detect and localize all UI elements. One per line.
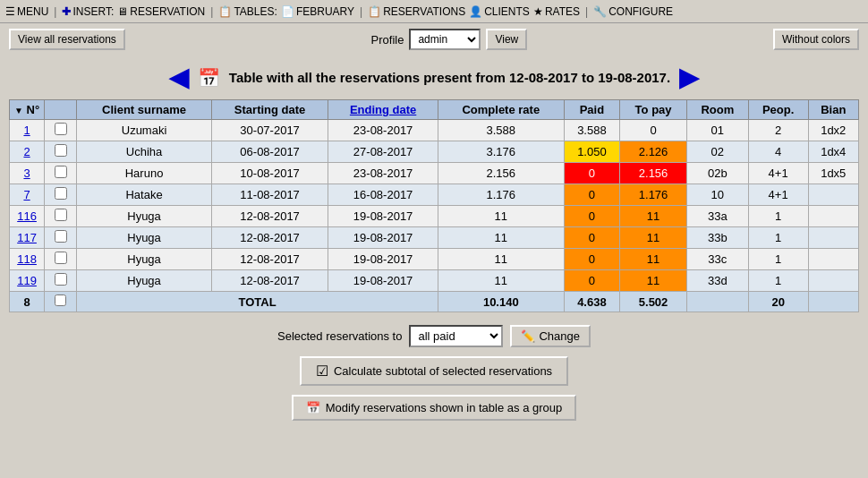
start-date-cell: 06-08-2017	[212, 141, 328, 163]
topay-cell: 11	[620, 249, 687, 270]
row-checkbox[interactable]	[55, 123, 67, 135]
total-checkbox-input[interactable]	[55, 294, 66, 306]
row-checkbox[interactable]	[55, 144, 67, 157]
checkbox-cell	[45, 184, 77, 206]
room-cell: 33c	[686, 249, 748, 270]
menu-item-clients[interactable]: 👤 CLIENTS	[469, 5, 530, 18]
nav-row: ◀ 📅 Table with all the reservations pres…	[9, 63, 859, 92]
menu-item-rates[interactable]: ★ RATES	[533, 5, 580, 18]
next-arrow[interactable]: ▶	[679, 63, 699, 92]
total-label: TOTAL	[77, 292, 438, 312]
profile-select[interactable]: adminusermanager	[409, 29, 481, 50]
surname-cell: Uzumaki	[77, 120, 212, 141]
row-checkbox[interactable]	[55, 273, 67, 286]
total-row: 8 TOTAL 10.140 4.638 5.502 20	[10, 292, 859, 312]
col-header-room: Room	[686, 100, 748, 120]
topay-cell: 1.176	[620, 184, 687, 206]
row-link[interactable]: 1	[23, 124, 30, 137]
topay-cell: 2.126	[620, 141, 687, 163]
configure-icon: 🔧	[593, 5, 607, 18]
end-date-cell: 23-08-2017	[328, 163, 438, 184]
reservations-table: ▼ N° Client surname Starting date Ending…	[9, 99, 859, 312]
room-cell: 33b	[686, 227, 748, 249]
surname-cell: Hyuga	[77, 249, 212, 270]
bian-cell: 1dx5	[808, 163, 858, 184]
pencil-icon: ✏️	[521, 329, 535, 343]
row-link[interactable]: 7	[23, 188, 30, 201]
calendar-small-icon: 📅	[306, 401, 320, 414]
menu-bar: ☰ MENU | ✚ INSERT: 🖥 RESERVATION | 📋 TAB…	[0, 0, 868, 23]
row-link[interactable]: 116	[17, 209, 37, 223]
total-room	[686, 292, 748, 312]
row-link[interactable]: 119	[17, 274, 37, 287]
prev-arrow[interactable]: ◀	[169, 63, 189, 92]
bian-cell	[808, 270, 858, 292]
col-header-checkbox	[45, 100, 77, 120]
paid-cell: 0	[564, 249, 620, 270]
without-colors-button[interactable]: Without colors	[773, 29, 859, 50]
menu-item-tables[interactable]: 📋 TABLES:	[218, 5, 277, 18]
tables-icon: 📋	[218, 5, 232, 18]
surname-cell: Haruno	[77, 163, 212, 184]
people-cell: 4+1	[748, 163, 808, 184]
col-header-end[interactable]: Ending date	[328, 100, 438, 120]
people-cell: 2	[748, 120, 808, 141]
selected-label: Selected reservations to	[277, 329, 402, 343]
selected-dropdown[interactable]: all paid partially paid not paid	[409, 325, 503, 347]
room-cell: 02b	[686, 163, 748, 184]
people-cell: 4+1	[748, 184, 808, 206]
table-row: 1Uzumaki30-07-201723-08-20173.5883.58800…	[10, 120, 859, 141]
end-date-cell: 23-08-2017	[328, 120, 438, 141]
bian-cell	[808, 249, 858, 270]
surname-cell: Hyuga	[77, 227, 212, 249]
menu-item-february[interactable]: 📄 FEBRUARY	[281, 5, 354, 18]
row-checkbox[interactable]	[55, 209, 67, 221]
row-checkbox[interactable]	[55, 230, 67, 243]
separator: |	[54, 5, 56, 18]
paid-cell: 0	[564, 163, 620, 184]
view-all-reservations-button[interactable]: View all reservations	[9, 29, 125, 50]
bian-cell	[808, 206, 858, 227]
total-rate: 10.140	[438, 292, 565, 312]
rates-icon: ★	[533, 5, 543, 18]
bian-cell	[808, 184, 858, 206]
table-row: 118Hyuga12-08-201719-08-20171101133c1	[10, 249, 859, 270]
total-bian	[808, 292, 858, 312]
modify-group-button[interactable]: 📅 Modify reservations shown in table as …	[292, 395, 576, 421]
checkbox-cell	[45, 270, 77, 292]
menu-item-insert[interactable]: ✚ INSERT:	[62, 5, 114, 18]
menu-item-reservation[interactable]: 🖥 RESERVATION	[117, 5, 205, 18]
menu-item-reservations2[interactable]: 📋 RESERVATIONS	[368, 5, 465, 18]
row-checkbox[interactable]	[55, 252, 67, 264]
checkbox-cell	[45, 141, 77, 163]
row-link[interactable]: 2	[23, 145, 30, 158]
bian-cell	[808, 227, 858, 249]
total-n: 8	[10, 292, 45, 312]
start-date-cell: 12-08-2017	[212, 270, 328, 292]
row-link[interactable]: 3	[23, 166, 30, 180]
separator3: |	[360, 5, 362, 18]
row-link[interactable]: 118	[17, 252, 37, 266]
rate-cell: 11	[438, 206, 565, 227]
end-date-cell: 19-08-2017	[328, 270, 438, 292]
menu-item-menu[interactable]: ☰ MENU	[5, 5, 48, 18]
total-checkbox	[45, 292, 77, 312]
change-button[interactable]: ✏️ Change	[510, 325, 591, 347]
rate-cell: 11	[438, 227, 565, 249]
room-cell: 33a	[686, 206, 748, 227]
row-checkbox[interactable]	[55, 166, 67, 178]
start-date-cell: 30-07-2017	[212, 120, 328, 141]
row-link[interactable]: 117	[17, 231, 37, 244]
checkbox-cell	[45, 206, 77, 227]
calculate-subtotal-button[interactable]: ☑ Calculate subtotal of selected reserva…	[300, 356, 568, 386]
surname-cell: Hatake	[77, 184, 212, 206]
people-cell: 1	[748, 270, 808, 292]
rate-cell: 1.176	[438, 184, 565, 206]
menu-item-configure[interactable]: 🔧 CONFIGURE	[593, 5, 673, 18]
row-checkbox[interactable]	[55, 187, 67, 200]
room-cell: 10	[686, 184, 748, 206]
paid-cell: 3.588	[564, 120, 620, 141]
bian-cell: 1dx2	[808, 120, 858, 141]
toolbar: View all reservations Profile adminuserm…	[0, 23, 868, 55]
view-button[interactable]: View	[486, 29, 527, 50]
